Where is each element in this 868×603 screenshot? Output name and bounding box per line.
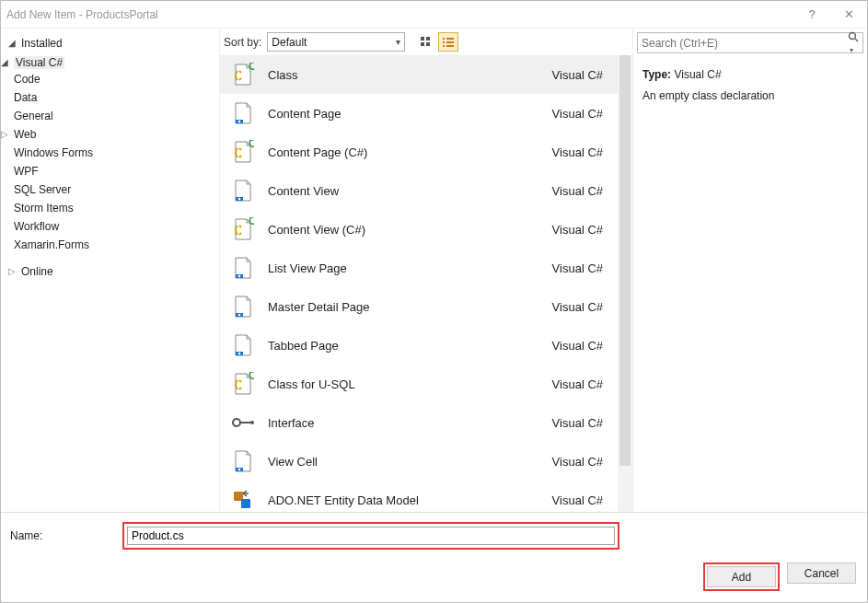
sidebar-item[interactable]: WPF bbox=[1, 164, 219, 179]
item-list[interactable]: C#ClassVisual C#Content PageVisual C#C#C… bbox=[220, 55, 618, 512]
sidebar-item[interactable]: Windows Forms bbox=[1, 145, 219, 160]
item-name: Interface bbox=[268, 416, 552, 430]
help-icon[interactable]: ? bbox=[799, 7, 825, 21]
sidebar-item[interactable]: SQL Server bbox=[1, 182, 219, 197]
svg-rect-9 bbox=[446, 45, 454, 47]
sort-by-label: Sort by: bbox=[224, 36, 261, 49]
svg-text:C#: C# bbox=[249, 217, 254, 227]
svg-point-20 bbox=[238, 314, 241, 317]
page-icon bbox=[229, 294, 255, 319]
sort-select[interactable]: Default ▾ bbox=[267, 32, 405, 52]
svg-rect-30 bbox=[241, 499, 250, 508]
sidebar-item[interactable]: Code bbox=[1, 72, 219, 87]
scrollbar[interactable] bbox=[618, 55, 632, 512]
item-row[interactable]: List View PageVisual C# bbox=[220, 249, 618, 287]
item-lang: Visual C# bbox=[552, 339, 608, 353]
item-row[interactable]: C#ClassVisual C# bbox=[220, 55, 618, 94]
item-row[interactable]: Content PageVisual C# bbox=[220, 94, 618, 133]
interface-icon bbox=[229, 410, 255, 435]
search-input[interactable] bbox=[642, 37, 848, 50]
sidebar-item-visual-csharp[interactable]: ◢ Visual C# bbox=[1, 55, 219, 70]
svg-rect-7 bbox=[446, 41, 454, 43]
item-lang: Visual C# bbox=[552, 145, 608, 159]
sidebar-item[interactable]: General bbox=[1, 109, 219, 123]
svg-rect-6 bbox=[443, 41, 445, 43]
search-field[interactable]: ▾ bbox=[637, 32, 863, 53]
center-panel: Sort by: Default ▾ bbox=[220, 29, 632, 512]
sidebar-item-label: Xamarin.Forms bbox=[14, 238, 89, 251]
close-icon[interactable]: ✕ bbox=[836, 7, 862, 21]
sidebar-item-label: WPF bbox=[14, 165, 39, 178]
item-lang: Visual C# bbox=[552, 261, 608, 275]
sidebar-item[interactable]: Workflow bbox=[1, 219, 219, 234]
scrollbar-thumb[interactable] bbox=[619, 55, 631, 466]
chevron-right-icon: ▷ bbox=[1, 129, 10, 139]
item-row[interactable]: C#Content View (C#)Visual C# bbox=[220, 210, 618, 249]
sidebar-installed-label: Installed bbox=[21, 37, 63, 50]
page-icon bbox=[229, 332, 255, 358]
svg-point-36 bbox=[850, 32, 856, 39]
search-icon[interactable]: ▾ bbox=[848, 31, 859, 55]
item-lang: Visual C# bbox=[552, 416, 608, 430]
sidebar-item[interactable]: Data bbox=[1, 90, 219, 105]
item-row[interactable]: Master Detail PageVisual C# bbox=[220, 287, 618, 326]
svg-rect-3 bbox=[426, 42, 430, 46]
sidebar-item-label: Windows Forms bbox=[14, 146, 93, 159]
name-row: Name: bbox=[1, 513, 867, 559]
item-row[interactable]: ADO.NET Entity Data ModelVisual C# bbox=[220, 481, 618, 512]
svg-point-18 bbox=[238, 275, 241, 278]
sidebar-item-label: Code bbox=[14, 73, 41, 86]
svg-rect-0 bbox=[421, 37, 424, 41]
svg-text:C#: C# bbox=[249, 63, 254, 73]
list-icon bbox=[442, 36, 455, 49]
cancel-button[interactable]: Cancel bbox=[787, 562, 856, 584]
item-row[interactable]: InterfaceVisual C# bbox=[220, 403, 618, 442]
add-button[interactable]: Add bbox=[707, 566, 776, 587]
item-name: Content View bbox=[268, 184, 552, 198]
class-icon: C# bbox=[229, 139, 255, 165]
class-icon: C# bbox=[229, 216, 255, 242]
sidebar-item-label: Workflow bbox=[14, 220, 59, 233]
grid-view-button[interactable] bbox=[416, 32, 436, 52]
window-title: Add New Item - ProductsPortal bbox=[6, 8, 799, 21]
item-name: Content Page (C#) bbox=[268, 145, 552, 159]
item-lang: Visual C# bbox=[552, 493, 608, 507]
item-lang: Visual C# bbox=[552, 377, 608, 391]
svg-text:C#: C# bbox=[249, 140, 254, 150]
sidebar-item-label: Web bbox=[14, 128, 36, 141]
item-lang: Visual C# bbox=[552, 223, 608, 237]
item-name: Master Detail Page bbox=[268, 300, 552, 314]
item-row[interactable]: C#Class for U-SQLVisual C# bbox=[220, 365, 618, 403]
item-row[interactable]: C#Content Page (C#)Visual C# bbox=[220, 133, 618, 171]
scrollbar-track bbox=[618, 55, 632, 512]
list-view-button[interactable] bbox=[438, 32, 458, 52]
button-row: Add Cancel bbox=[1, 559, 867, 602]
sidebar-item-label: Storm Items bbox=[14, 202, 74, 215]
name-input-highlight bbox=[122, 522, 619, 550]
sidebar-installed[interactable]: ◢ Installed bbox=[1, 33, 219, 53]
svg-point-24 bbox=[233, 419, 240, 426]
svg-rect-2 bbox=[421, 42, 424, 46]
sidebar-item-label: SQL Server bbox=[14, 183, 71, 196]
sidebar-online[interactable]: ▷ Online bbox=[1, 261, 219, 282]
item-row[interactable]: View CellVisual C# bbox=[220, 442, 618, 481]
svg-text:C#: C# bbox=[249, 372, 254, 382]
page-icon bbox=[229, 448, 255, 474]
sidebar-item[interactable]: Xamarin.Forms bbox=[1, 238, 219, 252]
svg-point-22 bbox=[238, 353, 241, 355]
item-lang: Visual C# bbox=[552, 300, 608, 314]
item-row[interactable]: Tabbed PageVisual C# bbox=[220, 326, 618, 365]
svg-rect-1 bbox=[426, 37, 430, 41]
details-description: An empty class declaration bbox=[642, 87, 858, 105]
item-row[interactable]: Content ViewVisual C# bbox=[220, 171, 618, 210]
grid-icon bbox=[420, 36, 433, 49]
sort-select-value: Default bbox=[272, 36, 396, 49]
svg-point-26 bbox=[250, 421, 254, 424]
name-input[interactable] bbox=[127, 527, 615, 545]
sidebar-tree: ◢ Visual C# CodeDataGeneral▷WebWindows F… bbox=[1, 53, 219, 256]
chevron-right-icon: ▷ bbox=[8, 266, 17, 276]
titlebar-right: ? ✕ bbox=[799, 7, 862, 21]
sidebar-item[interactable]: ▷Web bbox=[1, 127, 219, 142]
sidebar-item[interactable]: Storm Items bbox=[1, 201, 219, 215]
item-name: Content View (C#) bbox=[268, 223, 552, 237]
